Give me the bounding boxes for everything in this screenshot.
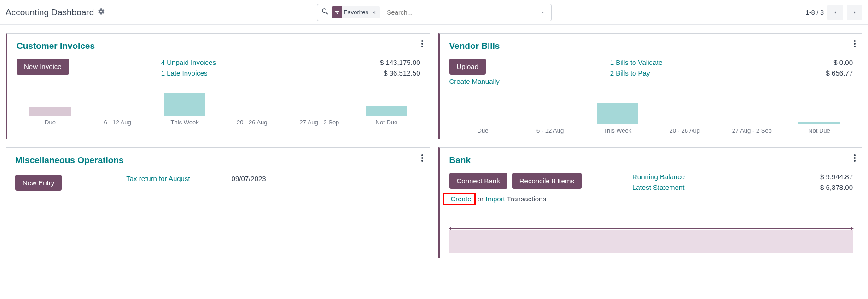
kebab-icon[interactable] [854, 40, 856, 49]
svg-point-9 [854, 154, 856, 156]
search-dropdown-toggle[interactable] [535, 4, 551, 21]
chart-label: 6 - 12 Aug [517, 124, 584, 134]
tax-return-link[interactable]: Tax return for August [126, 175, 190, 182]
chart-label: 27 Aug - 2 Sep [718, 124, 786, 134]
chart-bar[interactable] [798, 122, 840, 124]
page-title: Accounting Dashboard [6, 7, 94, 18]
bank-timeline-area [449, 230, 853, 253]
amount: $ 6,378.00 [820, 183, 853, 191]
filter-chip-label: Favorites [344, 9, 368, 16]
chart-label: 27 Aug - 2 Sep [285, 116, 353, 126]
card-title[interactable]: Customer Invoices [17, 41, 95, 51]
running-balance-link[interactable]: Running Balance [632, 173, 685, 181]
text-or: or [476, 195, 486, 203]
card-customer-invoices: Customer Invoices New Invoice 4 Unpaid I… [6, 33, 430, 139]
search-bar[interactable]: Favorites × [317, 4, 552, 21]
chart-label: 20 - 26 Aug [218, 116, 285, 126]
dashboard-grid: Customer Invoices New Invoice 4 Unpaid I… [0, 25, 868, 267]
late-invoices-link[interactable]: 1 Late Invoices [161, 69, 208, 77]
pager-text[interactable]: 1-8 / 8 [805, 9, 824, 16]
highlight-annotation: Create [443, 193, 476, 205]
amount: $ 36,512.50 [384, 69, 420, 77]
svg-point-0 [421, 40, 423, 42]
amount: $ 143,175.00 [380, 59, 420, 66]
new-invoice-button[interactable]: New Invoice [17, 59, 69, 75]
svg-point-10 [854, 157, 856, 159]
amount: $ 9,944.87 [820, 173, 853, 181]
chart-label: Not Due [786, 124, 853, 134]
new-entry-button[interactable]: New Entry [15, 175, 62, 191]
stat-row: 1 Late Invoices $ 36,512.50 [161, 69, 420, 77]
latest-statement-link[interactable]: Latest Statement [632, 183, 684, 191]
chart-bar[interactable] [29, 107, 71, 116]
text-transactions: Transactions [505, 195, 546, 203]
card-title[interactable]: Miscellaneous Operations [15, 155, 123, 165]
card-misc-operations: Miscellaneous Operations New Entry Tax r… [6, 147, 430, 258]
chart-bar[interactable] [164, 93, 205, 116]
vendor-bills-chart: Due6 - 12 AugThis Week20 - 26 Aug27 Aug … [449, 96, 853, 134]
chart-label: 20 - 26 Aug [651, 124, 718, 134]
breadcrumb: Accounting Dashboard [6, 7, 105, 18]
svg-point-1 [421, 43, 423, 45]
card-title[interactable]: Vendor Bills [449, 41, 500, 51]
chart-label: Due [17, 116, 84, 126]
search-icon [321, 7, 329, 17]
stat-row: 4 Unpaid Invoices $ 143,175.00 [161, 59, 420, 66]
bank-timeline-line [449, 228, 853, 229]
tax-return-date: 09/07/2023 [232, 175, 266, 182]
stat-row: Running Balance $ 9,944.87 [632, 173, 853, 181]
stat-row: 1 Bills to Validate $ 0.00 [610, 59, 853, 66]
reconcile-button[interactable]: Reconcile 8 Items [512, 173, 582, 189]
chart-label: This Week [151, 116, 218, 126]
connect-bank-button[interactable]: Connect Bank [449, 173, 507, 189]
pager-prev-button[interactable] [827, 5, 843, 20]
card-vendor-bills: Vendor Bills Upload Create Manually 1 Bi… [438, 33, 863, 139]
svg-point-4 [854, 43, 856, 45]
bills-to-pay-link[interactable]: 2 Bills to Pay [610, 69, 650, 77]
card-bank: Bank Connect Bank Reconcile 8 Items Crea… [438, 147, 863, 258]
svg-point-8 [421, 160, 423, 162]
chart-label: 6 - 12 Aug [84, 116, 151, 126]
top-bar: Accounting Dashboard Favorites × 1-8 / 8 [0, 0, 868, 25]
stat-row: Latest Statement $ 6,378.00 [632, 183, 853, 191]
gear-icon[interactable] [98, 7, 105, 18]
stat-row: 2 Bills to Pay $ 656.77 [610, 69, 853, 77]
svg-point-2 [421, 46, 423, 47]
chart-label: This Week [584, 124, 651, 134]
create-transactions-link[interactable]: Create [451, 195, 472, 203]
chart-label: Due [449, 124, 517, 134]
search-input[interactable] [384, 9, 534, 16]
import-transactions-link[interactable]: Import [485, 195, 505, 203]
chart-bar[interactable] [366, 106, 407, 116]
amount: $ 656.77 [826, 69, 853, 77]
svg-point-3 [854, 40, 856, 42]
kebab-icon[interactable] [421, 154, 423, 163]
amount: $ 0.00 [833, 59, 853, 66]
chart-label: Not Due [353, 116, 420, 126]
close-icon[interactable]: × [370, 9, 378, 16]
funnel-icon [332, 6, 342, 18]
kebab-icon[interactable] [854, 154, 856, 163]
bills-to-validate-link[interactable]: 1 Bills to Validate [610, 59, 663, 66]
svg-point-11 [854, 160, 856, 162]
pager: 1-8 / 8 [805, 5, 862, 20]
pager-next-button[interactable] [847, 5, 862, 20]
filter-chip-favorites[interactable]: Favorites × [332, 6, 381, 18]
kebab-icon[interactable] [421, 40, 423, 49]
card-title[interactable]: Bank [449, 155, 471, 165]
create-manually-link[interactable]: Create Manually [449, 77, 500, 85]
customer-invoices-chart: Due6 - 12 AugThis Week20 - 26 Aug27 Aug … [17, 88, 420, 126]
svg-point-5 [854, 46, 856, 47]
unpaid-invoices-link[interactable]: 4 Unpaid Invoices [161, 59, 216, 66]
svg-point-7 [421, 157, 423, 159]
chart-bar[interactable] [597, 103, 638, 124]
svg-point-6 [421, 154, 423, 156]
upload-button[interactable]: Upload [449, 59, 486, 75]
